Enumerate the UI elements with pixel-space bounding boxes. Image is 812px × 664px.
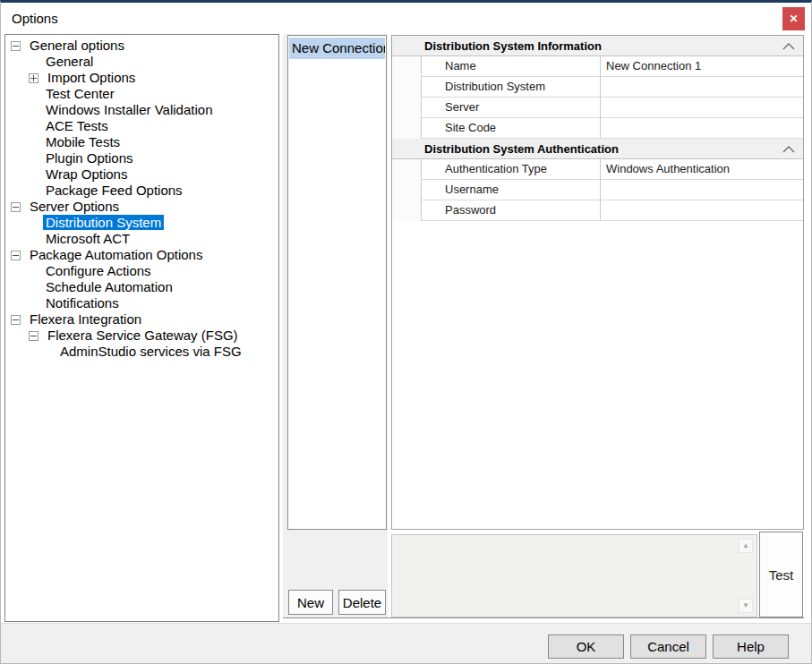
- row-gutter: [392, 159, 421, 180]
- property-label: Name: [421, 56, 600, 77]
- tree-item-configure-actions[interactable]: Configure Actions: [5, 263, 278, 279]
- property-value-site-code[interactable]: [600, 118, 803, 139]
- tree-expander-minus-icon[interactable]: [11, 315, 21, 325]
- section-header-authentication[interactable]: Distribution System Authentication: [392, 139, 803, 159]
- property-value-authentication-type[interactable]: Windows Authentication: [600, 159, 803, 180]
- property-value-name[interactable]: New Connection 1: [600, 56, 803, 77]
- tree-expander-minus-icon[interactable]: [11, 41, 21, 51]
- tree-item-label[interactable]: Flexera Integration: [27, 311, 144, 327]
- property-row-name: Name New Connection 1: [392, 56, 803, 77]
- property-value-password[interactable]: [600, 200, 803, 221]
- tree-item-label-selected[interactable]: Distribution System: [43, 215, 164, 230]
- property-value-username[interactable]: [600, 180, 803, 200]
- collapse-chevron-icon[interactable]: [782, 146, 795, 153]
- tree-item-label[interactable]: Schedule Automation: [43, 279, 175, 294]
- tree-item-adminstudio-services-via-fsg[interactable]: AdminStudio services via FSG: [5, 344, 278, 360]
- row-gutter: [392, 200, 421, 221]
- property-label: Site Code: [421, 118, 600, 139]
- title-bar: Options ✕: [1, 3, 811, 34]
- property-label: Server: [421, 98, 600, 118]
- close-button[interactable]: ✕: [782, 7, 805, 30]
- row-gutter: [392, 77, 421, 98]
- section-title: Distribution System Authentication: [424, 142, 619, 156]
- property-row-distribution-system: Distribution System: [392, 77, 803, 98]
- tree-expander-minus-icon[interactable]: [11, 202, 21, 212]
- tree-item-schedule-automation[interactable]: Schedule Automation: [5, 279, 278, 295]
- tree-item-label[interactable]: Import Options: [45, 70, 138, 85]
- tree-item-package-feed-options[interactable]: Package Feed Options: [5, 183, 278, 199]
- scroll-up-button[interactable]: ▲: [739, 539, 753, 553]
- property-value-distribution-system[interactable]: [600, 77, 803, 98]
- row-gutter: [392, 98, 421, 118]
- tree-item-label[interactable]: AdminStudio services via FSG: [57, 344, 244, 359]
- row-gutter: [392, 180, 421, 200]
- tree-item-label[interactable]: Flexera Service Gateway (FSG): [45, 328, 241, 343]
- tree-item-label[interactable]: Configure Actions: [43, 263, 154, 278]
- section-header-information[interactable]: Distribution System Information: [392, 36, 803, 56]
- options-dialog: Options ✕ General options General Import…: [0, 0, 812, 664]
- tree-item-mobile-tests[interactable]: Mobile Tests: [5, 134, 278, 150]
- options-tree: General options General Import Options T…: [4, 34, 279, 622]
- tree-expander-plus-icon[interactable]: [29, 73, 38, 83]
- property-label: Distribution System: [421, 77, 600, 98]
- tree-item-label[interactable]: General options: [27, 38, 127, 53]
- row-gutter: [392, 118, 421, 139]
- tree-item-server-options[interactable]: Server Options: [5, 199, 278, 215]
- property-label: Password: [421, 200, 600, 221]
- tree-item-label[interactable]: Plugin Options: [43, 150, 136, 166]
- tree-expander-minus-icon[interactable]: [11, 251, 21, 260]
- ok-button[interactable]: OK: [548, 634, 624, 659]
- scroll-down-button[interactable]: ▼: [739, 599, 753, 613]
- window-title: Options: [12, 3, 58, 34]
- help-button[interactable]: Help: [713, 634, 789, 659]
- tree-item-label[interactable]: Notifications: [43, 295, 122, 311]
- panel-divider: [283, 617, 804, 618]
- new-button[interactable]: New: [288, 590, 333, 615]
- property-row-site-code: Site Code: [392, 118, 803, 139]
- section-title: Distribution System Information: [424, 39, 602, 53]
- tree-item-label[interactable]: Test Center: [43, 86, 117, 101]
- footer-bar: OK Cancel Help: [1, 623, 811, 663]
- property-row-password: Password: [392, 200, 803, 221]
- tree-item-package-automation-options[interactable]: Package Automation Options: [5, 247, 278, 263]
- tree-item-microsoft-act[interactable]: Microsoft ACT: [5, 231, 278, 247]
- property-label: Username: [421, 180, 600, 200]
- tree-item-flexera-integration[interactable]: Flexera Integration: [5, 311, 278, 328]
- tree-item-label[interactable]: Package Feed Options: [43, 183, 185, 198]
- close-icon: ✕: [789, 13, 798, 25]
- test-button[interactable]: Test: [759, 532, 803, 617]
- property-grid: Distribution System Information Name New…: [391, 35, 804, 530]
- row-gutter: [392, 56, 421, 77]
- test-output-box[interactable]: ▲ ▼: [391, 534, 757, 617]
- tree-item-general-options[interactable]: General options: [5, 38, 278, 54]
- tree-item-test-center[interactable]: Test Center: [5, 86, 278, 102]
- property-row-server: Server: [392, 98, 803, 118]
- tree-item-label[interactable]: Wrap Options: [43, 166, 130, 182]
- tree-expander-minus-icon[interactable]: [29, 331, 38, 341]
- tree-item-import-options[interactable]: Import Options: [5, 70, 278, 86]
- delete-button[interactable]: Delete: [338, 590, 386, 615]
- tree-item-label[interactable]: ACE Tests: [43, 118, 111, 133]
- tree-item-wrap-options[interactable]: Wrap Options: [5, 166, 278, 183]
- tree-item-label[interactable]: Windows Installer Validation: [43, 102, 215, 117]
- tree-item-windows-installer-validation[interactable]: Windows Installer Validation: [5, 102, 278, 118]
- tree-item-label[interactable]: Package Automation Options: [27, 247, 205, 262]
- tree-item-label[interactable]: Microsoft ACT: [43, 231, 132, 246]
- tree-item-plugin-options[interactable]: Plugin Options: [5, 150, 278, 166]
- tree-item-notifications[interactable]: Notifications: [5, 295, 278, 311]
- property-value-server[interactable]: [600, 98, 803, 118]
- tree-item-flexera-service-gateway[interactable]: Flexera Service Gateway (FSG): [5, 328, 278, 344]
- cancel-button[interactable]: Cancel: [630, 634, 706, 659]
- tree-item-general[interactable]: General: [5, 54, 278, 70]
- tree-item-ace-tests[interactable]: ACE Tests: [5, 118, 278, 134]
- property-row-username: Username: [392, 180, 803, 200]
- tree-item-label[interactable]: General: [43, 54, 96, 69]
- collapse-chevron-icon[interactable]: [782, 43, 795, 50]
- scroll-up-icon: ▲: [742, 541, 749, 549]
- tree-item-distribution-system[interactable]: Distribution System: [5, 215, 278, 231]
- connection-list[interactable]: New Connection 1: [287, 35, 387, 530]
- property-label: Authentication Type: [421, 159, 600, 180]
- tree-item-label[interactable]: Mobile Tests: [43, 134, 123, 149]
- connection-list-item[interactable]: New Connection 1: [289, 38, 385, 59]
- tree-item-label[interactable]: Server Options: [27, 199, 122, 214]
